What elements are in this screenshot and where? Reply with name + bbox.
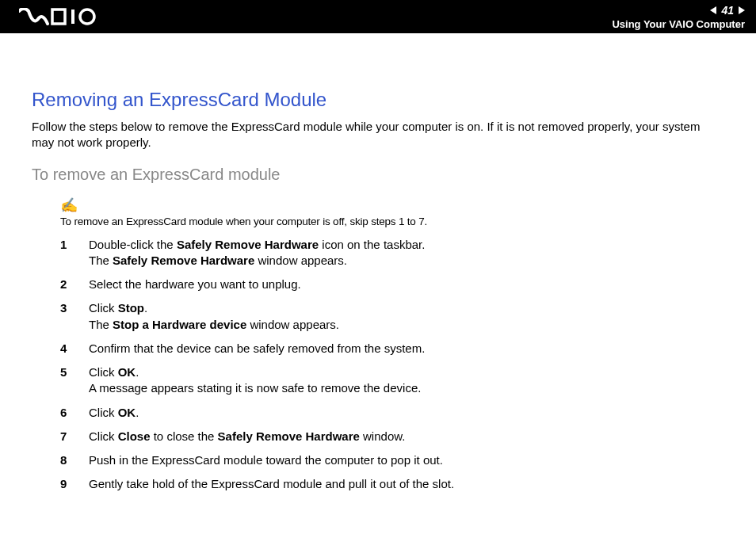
step-3: 3 Click Stop. The Stop a Hardware device… — [60, 300, 724, 333]
vaio-logo-svg — [19, 8, 98, 25]
step-8: 8 Push in the ExpressCard module toward … — [60, 452, 724, 468]
step-number: 2 — [60, 277, 89, 292]
step-number: 6 — [60, 405, 89, 421]
next-page-arrow-icon[interactable] — [739, 6, 745, 14]
step-text: Click Close to close the Safely Remove H… — [89, 429, 724, 444]
step-number: 8 — [60, 452, 89, 468]
breadcrumb: Using Your VAIO Computer — [612, 18, 745, 30]
step-number: 5 — [60, 364, 89, 380]
header-right: 41 Using Your VAIO Computer — [612, 4, 745, 30]
step-6: 6 Click OK. — [60, 405, 724, 421]
step-number: 7 — [60, 429, 89, 444]
svg-point-1 — [80, 10, 94, 24]
step-5: 5 Click OK. A message appears stating it… — [60, 364, 724, 397]
step-4: 4 Confirm that the device can be safely … — [60, 341, 724, 357]
sub-heading: To remove an ExpressCard module — [32, 166, 724, 184]
page-number: 41 — [720, 4, 735, 17]
step-number: 3 — [60, 300, 89, 316]
svg-rect-0 — [71, 10, 74, 24]
step-text: Select the hardware you want to unplug. — [89, 277, 724, 292]
note-text: To remove an ExpressCard module when you… — [60, 216, 724, 227]
page-content: Removing an ExpressCard Module Follow th… — [0, 33, 756, 493]
step-number: 9 — [60, 476, 89, 492]
prev-page-arrow-icon[interactable] — [710, 6, 716, 14]
step-2: 2 Select the hardware you want to unplug… — [60, 277, 724, 292]
step-text: Click OK. — [89, 405, 724, 421]
step-number: 4 — [60, 341, 89, 357]
step-1: 1 Double-click the Safely Remove Hardwar… — [60, 237, 724, 269]
step-text: Double-click the Safely Remove Hardware … — [89, 237, 724, 269]
intro-paragraph: Follow the steps below to remove the Exp… — [32, 119, 724, 151]
step-9: 9 Gently take hold of the ExpressCard mo… — [60, 476, 724, 492]
step-number: 1 — [60, 237, 89, 253]
vaio-logo — [19, 0, 98, 33]
step-text: Gently take hold of the ExpressCard modu… — [89, 476, 724, 492]
step-text: Click Stop. The Stop a Hardware device w… — [89, 300, 724, 333]
step-7: 7 Click Close to close the Safely Remove… — [60, 429, 724, 444]
step-text: Confirm that the device can be safely re… — [89, 341, 724, 357]
page-nav: 41 — [710, 4, 745, 17]
step-text: Click OK. A message appears stating it i… — [89, 364, 724, 397]
note-block: ✍ To remove an ExpressCard module when y… — [60, 196, 724, 227]
header-bar: 41 Using Your VAIO Computer — [0, 0, 756, 33]
page-heading: Removing an ExpressCard Module — [32, 89, 724, 111]
steps-list: 1 Double-click the Safely Remove Hardwar… — [60, 237, 724, 493]
note-icon: ✍ — [60, 196, 78, 214]
step-text: Push in the ExpressCard module toward th… — [89, 452, 724, 468]
